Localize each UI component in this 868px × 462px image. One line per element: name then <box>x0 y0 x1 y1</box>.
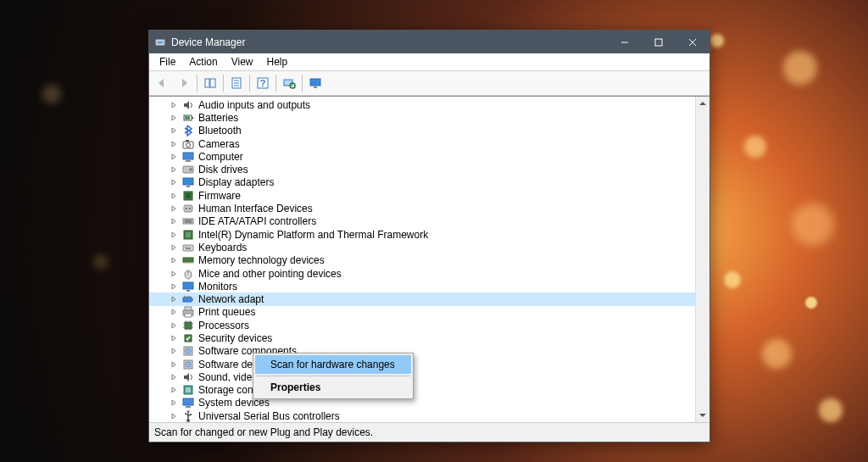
window-title: Device Manager <box>171 36 608 48</box>
svg-rect-32 <box>186 193 191 198</box>
expand-arrow-icon[interactable] <box>168 371 180 383</box>
expand-arrow-icon[interactable] <box>168 410 180 422</box>
menu-file[interactable]: File <box>153 54 182 70</box>
minimize-button[interactable] <box>608 31 642 53</box>
firmware-icon <box>181 189 195 203</box>
expand-arrow-icon[interactable] <box>168 345 180 357</box>
tree-item-label: Memory technology devices <box>198 254 325 266</box>
svg-point-92 <box>185 413 186 415</box>
expand-arrow-icon[interactable] <box>168 138 180 150</box>
properties-button[interactable] <box>226 73 247 93</box>
expand-arrow-icon[interactable] <box>168 281 180 292</box>
svg-rect-18 <box>314 86 317 88</box>
svg-rect-33 <box>184 205 192 212</box>
statusbar: Scan for changed or new Plug and Play de… <box>149 422 709 442</box>
expand-arrow-icon[interactable] <box>168 190 180 202</box>
device-tree[interactable]: Audio inputs and outputsBatteriesBluetoo… <box>149 97 696 422</box>
expand-arrow-icon[interactable] <box>168 229 180 241</box>
expand-arrow-icon[interactable] <box>168 320 180 331</box>
menu-help[interactable]: Help <box>260 54 295 70</box>
tree-item-storage[interactable]: Storage controllers <box>149 384 696 397</box>
tree-item-usb[interactable]: Universal Serial Bus controllers <box>149 409 696 422</box>
tree-item-software[interactable]: Software devices <box>149 358 696 370</box>
svg-point-28 <box>189 168 192 171</box>
tree-item-computer[interactable]: Computer <box>149 150 696 163</box>
tree-item-keyboard[interactable]: Keyboards <box>149 241 696 253</box>
expand-arrow-icon[interactable] <box>168 164 180 175</box>
menu-action[interactable]: Action <box>182 54 224 70</box>
tree-item-label: Monitors <box>198 281 237 292</box>
close-button[interactable] <box>676 31 709 53</box>
ctx-separator <box>256 376 410 376</box>
ctx-scan-hardware[interactable]: Scan for hardware changes <box>255 355 411 374</box>
tree-item-label: IDE ATA/ATAPI controllers <box>198 215 316 227</box>
tree-item-security[interactable]: Security devices <box>149 331 696 344</box>
tree-item-label: Print queues <box>198 306 255 318</box>
maximize-button[interactable] <box>642 31 676 53</box>
titlebar[interactable]: Device Manager <box>149 31 709 53</box>
svg-rect-40 <box>186 232 191 237</box>
expand-arrow-icon[interactable] <box>168 254 180 266</box>
expand-arrow-icon[interactable] <box>168 293 180 305</box>
expand-arrow-icon[interactable] <box>168 306 180 318</box>
svg-point-81 <box>187 364 189 365</box>
expand-arrow-icon[interactable] <box>168 125 180 136</box>
tree-item-camera[interactable]: Cameras <box>149 137 696 150</box>
tree-item-mouse[interactable]: Mice and other pointing devices <box>149 267 696 280</box>
ctx-properties[interactable]: Properties <box>255 378 411 397</box>
hid-icon <box>181 202 195 215</box>
tree-item-system[interactable]: System devices <box>149 397 696 409</box>
expand-arrow-icon[interactable] <box>168 332 180 344</box>
scroll-down-button[interactable] <box>696 409 709 422</box>
tree-item-battery[interactable]: Batteries <box>149 111 696 124</box>
scroll-up-button[interactable] <box>696 97 709 110</box>
help-button[interactable]: ? <box>253 73 273 93</box>
expand-arrow-icon[interactable] <box>168 384 180 396</box>
tree-item-memory[interactable]: Memory technology devices <box>149 254 696 267</box>
expand-arrow-icon[interactable] <box>168 268 180 280</box>
svg-rect-65 <box>185 314 192 317</box>
tree-item-label: Intel(R) Dynamic Platform and Thermal Fr… <box>198 229 428 241</box>
tree-item-ide[interactable]: IDE ATA/ATAPI controllers <box>149 215 696 228</box>
expand-arrow-icon[interactable] <box>168 242 180 253</box>
tree-item-label: Processors <box>198 320 249 331</box>
show-hide-tree-button[interactable] <box>200 73 220 93</box>
tree-item-firmware[interactable]: Firmware <box>149 189 696 202</box>
expand-arrow-icon[interactable] <box>168 151 180 163</box>
expand-arrow-icon[interactable] <box>168 99 180 111</box>
scan-hardware-button[interactable] <box>279 73 299 93</box>
tree-item-processor[interactable]: Processors <box>149 319 696 331</box>
expand-arrow-icon[interactable] <box>168 359 180 370</box>
svg-rect-46 <box>186 248 191 249</box>
tree-item-audio[interactable]: Audio inputs and outputs <box>149 98 696 111</box>
vertical-scrollbar[interactable] <box>695 97 709 422</box>
system-icon <box>181 396 195 409</box>
app-icon <box>154 36 166 48</box>
monitor-button[interactable] <box>305 73 326 93</box>
expand-arrow-icon[interactable] <box>168 397 180 409</box>
expand-arrow-icon[interactable] <box>168 215 180 227</box>
expand-arrow-icon[interactable] <box>168 176 180 188</box>
memory-icon <box>181 253 195 267</box>
tree-item-software[interactable]: Software components <box>149 345 696 358</box>
svg-rect-1 <box>158 41 164 44</box>
tree-item-sound[interactable]: Sound, video and game controllers <box>149 370 696 383</box>
tree-item-printer[interactable]: Print queues <box>149 306 696 319</box>
tree-item-bluetooth[interactable]: Bluetooth <box>149 125 696 137</box>
tree-item-intel[interactable]: Intel(R) Dynamic Platform and Thermal Fr… <box>149 228 696 241</box>
tree-item-display[interactable]: Display adapters <box>149 176 696 189</box>
tree-item-monitor[interactable]: Monitors <box>149 280 696 292</box>
device-manager-window: Device Manager File Action View Help ? <box>148 30 710 443</box>
svg-rect-59 <box>192 298 193 301</box>
svg-rect-24 <box>186 140 189 142</box>
svg-rect-44 <box>188 247 189 248</box>
tree-item-hid[interactable]: Human Interface Devices <box>149 202 696 214</box>
tree-item-network[interactable]: Network adapt <box>149 292 696 305</box>
tree-item-disk[interactable]: Disk drives <box>149 163 696 175</box>
tree-item-label: Keyboards <box>198 242 247 253</box>
expand-arrow-icon[interactable] <box>168 203 180 214</box>
menu-view[interactable]: View <box>225 54 260 70</box>
expand-arrow-icon[interactable] <box>168 112 180 124</box>
battery-icon <box>181 111 195 125</box>
tree-item-label: Network adapt <box>198 293 264 305</box>
